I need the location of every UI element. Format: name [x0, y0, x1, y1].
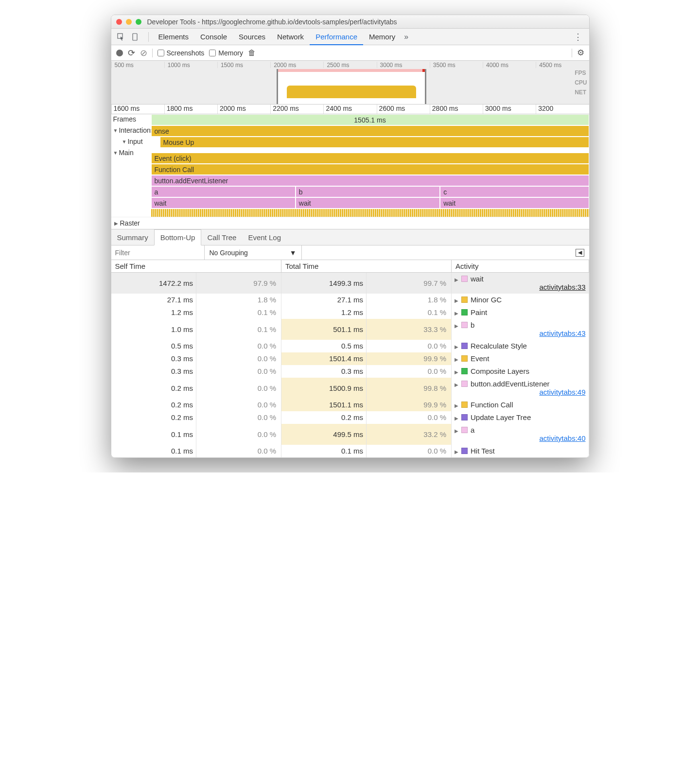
raster-expand-icon[interactable]: ▶: [114, 221, 118, 226]
screenshots-label: Screenshots: [167, 49, 205, 57]
interactions-track-label[interactable]: ▼Interactions: [111, 125, 151, 135]
ruler-tick: 2600 ms: [377, 105, 430, 114]
detail-tab-summary[interactable]: Summary: [111, 229, 154, 245]
activity-name: a: [471, 426, 474, 434]
detail-tab-event-log[interactable]: Event Log: [242, 229, 287, 245]
raster-track-label[interactable]: Raster: [120, 219, 140, 227]
expand-icon[interactable]: [455, 354, 458, 363]
expand-icon[interactable]: [455, 275, 458, 283]
source-link[interactable]: activitytabs:33: [539, 283, 585, 291]
activity-name: Paint: [471, 308, 487, 316]
table-row[interactable]: 0.2 ms0.0 %0.2 ms0.0 %Update Layer Tree: [111, 411, 589, 424]
source-link[interactable]: activitytabs:43: [539, 329, 585, 337]
overview-timeline[interactable]: 500 ms1000 ms1500 ms2000 ms2500 ms3000 m…: [111, 61, 589, 105]
table-row[interactable]: 0.1 ms0.0 %0.1 ms0.0 %Hit Test: [111, 445, 589, 457]
flame-function-call[interactable]: Function Call: [151, 164, 589, 175]
inspect-element-icon[interactable]: [115, 31, 127, 43]
show-heaviest-stack-icon[interactable]: ◀: [576, 249, 584, 257]
flame-microtasks[interactable]: [151, 209, 589, 217]
interaction-bar[interactable]: onse: [151, 125, 589, 137]
expand-icon[interactable]: [455, 342, 458, 350]
overview-tick: 4000 ms: [483, 62, 536, 68]
maximize-window-button[interactable]: [136, 19, 141, 25]
source-link[interactable]: activitytabs:40: [539, 434, 585, 442]
main-track-label[interactable]: ▼Main: [111, 148, 151, 157]
flame-wait-2[interactable]: wait: [296, 197, 440, 209]
activity-name: Function Call: [471, 401, 513, 409]
expand-icon[interactable]: [455, 426, 458, 434]
memory-checkbox[interactable]: Memory: [209, 49, 243, 57]
activity-name: wait: [471, 275, 484, 283]
tab-performance[interactable]: Performance: [310, 29, 363, 45]
timeline-ruler[interactable]: 1600 ms1800 ms2000 ms2200 ms2400 ms2600 …: [111, 105, 589, 114]
table-row[interactable]: 0.5 ms0.0 %0.5 ms0.0 %Recalculate Style: [111, 340, 589, 352]
col-activity[interactable]: Activity: [452, 260, 589, 273]
flame-event-click[interactable]: Event (click): [151, 153, 589, 164]
expand-icon[interactable]: [455, 380, 458, 388]
reload-record-button[interactable]: ⟳: [128, 48, 135, 58]
gc-button[interactable]: 🗑: [248, 49, 256, 57]
table-row[interactable]: 1.2 ms0.1 %1.2 ms0.1 %Paint: [111, 306, 589, 319]
tab-elements[interactable]: Elements: [153, 29, 195, 45]
clear-button[interactable]: ⊘: [140, 48, 147, 58]
activity-swatch: [461, 355, 468, 362]
table-row[interactable]: 1.0 ms0.1 %501.1 ms33.3 %bactivitytabs:4…: [111, 319, 589, 340]
table-row[interactable]: 27.1 ms1.8 %27.1 ms1.8 %Minor GC: [111, 294, 589, 306]
flame-listener[interactable]: button.addEventListener: [151, 175, 589, 186]
tab-console[interactable]: Console: [194, 29, 233, 45]
close-window-button[interactable]: [116, 19, 122, 25]
flame-a[interactable]: a: [151, 186, 296, 197]
expand-icon[interactable]: [455, 413, 458, 421]
table-row[interactable]: 0.3 ms0.0 %0.3 ms0.0 %Composite Layers: [111, 365, 589, 378]
frames-track-label[interactable]: Frames: [111, 114, 151, 124]
activity-name: Minor GC: [471, 296, 502, 304]
devtools-window: Developer Tools - https://googlechrome.g…: [111, 15, 590, 458]
ruler-tick: 2000 ms: [217, 105, 270, 114]
expand-icon[interactable]: [455, 321, 458, 329]
activity-swatch: [461, 297, 468, 303]
activity-swatch: [461, 309, 468, 315]
expand-icon[interactable]: [455, 401, 458, 409]
minimize-window-button[interactable]: [126, 19, 132, 25]
title-bar: Developer Tools - https://googlechrome.g…: [111, 15, 589, 29]
expand-icon[interactable]: [455, 308, 458, 316]
frame-bar[interactable]: 1505.1 ms: [151, 114, 589, 125]
more-options-icon[interactable]: ⋮: [571, 32, 585, 42]
detail-tab-call-tree[interactable]: Call Tree: [201, 229, 242, 245]
bottom-up-table: Self Time Total Time Activity 1472.2 ms9…: [111, 260, 589, 457]
overview-selection[interactable]: [277, 69, 426, 104]
expand-icon[interactable]: [455, 447, 458, 455]
filter-input[interactable]: [111, 245, 205, 260]
tab-network[interactable]: Network: [271, 29, 310, 45]
input-track-label[interactable]: ▼Input: [120, 137, 160, 146]
col-total-time[interactable]: Total Time: [281, 260, 452, 273]
table-row[interactable]: 0.3 ms0.0 %1501.4 ms99.9 %Event: [111, 352, 589, 365]
flame-wait-1[interactable]: wait: [151, 197, 296, 209]
input-bar[interactable]: Mouse Up: [160, 137, 589, 148]
tab-memory[interactable]: Memory: [363, 29, 401, 45]
screenshots-checkbox[interactable]: Screenshots: [158, 49, 205, 57]
table-row[interactable]: 1472.2 ms97.9 %1499.3 ms99.7 %waitactivi…: [111, 273, 589, 294]
flame-wait-3[interactable]: wait: [440, 197, 589, 209]
tab-sources[interactable]: Sources: [233, 29, 271, 45]
flame-chart[interactable]: Frames 1505.1 ms ▼Interactions onse ▼Inp…: [111, 114, 589, 229]
activity-swatch: [461, 381, 468, 387]
expand-icon[interactable]: [455, 367, 458, 375]
record-button[interactable]: [116, 50, 123, 56]
activity-swatch: [461, 276, 468, 282]
overview-tick: 4500 ms: [536, 62, 589, 68]
tabs-overflow-button[interactable]: »: [404, 33, 408, 41]
table-row[interactable]: 0.2 ms0.0 %1500.9 ms99.8 %button.addEven…: [111, 378, 589, 399]
expand-icon[interactable]: [455, 296, 458, 304]
table-row[interactable]: 0.2 ms0.0 %1501.1 ms99.9 %Function Call: [111, 399, 589, 411]
settings-icon[interactable]: ⚙: [577, 48, 584, 58]
grouping-dropdown[interactable]: No Grouping▼: [205, 245, 302, 260]
col-self-time[interactable]: Self Time: [111, 260, 281, 273]
flame-b[interactable]: b: [296, 186, 440, 197]
flame-c[interactable]: c: [440, 186, 589, 197]
table-row[interactable]: 0.1 ms0.0 %499.5 ms33.2 %aactivitytabs:4…: [111, 424, 589, 445]
device-toolbar-icon[interactable]: [130, 31, 141, 43]
activity-swatch: [461, 402, 468, 408]
detail-tab-bottom-up[interactable]: Bottom-Up: [154, 229, 202, 245]
source-link[interactable]: activitytabs:49: [539, 388, 585, 396]
